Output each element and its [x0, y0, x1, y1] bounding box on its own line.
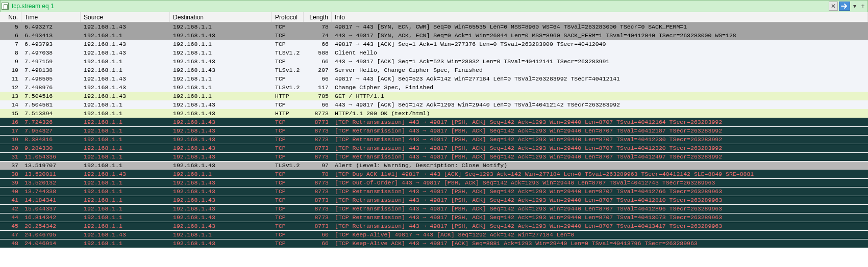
- packet-row[interactable]: 3813.520011192.168.1.43192.168.1.1TCP78[…: [0, 170, 868, 178]
- cell-proto: TCP: [272, 22, 304, 31]
- packet-row[interactable]: 4013.744338192.168.1.1192.168.1.43TCP877…: [0, 187, 868, 196]
- clear-filter-button[interactable]: ✕: [829, 2, 838, 11]
- cell-proto: TCP: [272, 170, 304, 178]
- packet-row[interactable]: 87.497038192.168.1.43192.168.1.1TLSv1.25…: [0, 48, 868, 57]
- cell-info: 49817 → 443 [SYN, ECN, CWR] Seq=0 Win=65…: [332, 22, 868, 31]
- packet-row[interactable]: 4520.254342192.168.1.1192.168.1.43TCP877…: [0, 222, 868, 230]
- column-header-no[interactable]: No.: [0, 12, 21, 22]
- cell-len: 78: [304, 170, 332, 178]
- cell-no: 42: [0, 204, 21, 213]
- cell-dst: 192.168.1.43: [170, 187, 272, 196]
- packet-row[interactable]: 66.493413192.168.1.1192.168.1.43TCP74443…: [0, 31, 868, 40]
- cell-time: 16.814342: [21, 213, 81, 222]
- cell-proto: TLSv1.2: [272, 66, 304, 74]
- packet-row[interactable]: 167.724326192.168.1.1192.168.1.43TCP8773…: [0, 118, 868, 126]
- cell-len: 66: [304, 239, 332, 248]
- packet-row[interactable]: 3713.519707192.168.1.1192.168.1.43TLSv1.…: [0, 161, 868, 170]
- packet-row[interactable]: 127.498976192.168.1.43192.168.1.1TLSv1.2…: [0, 83, 868, 92]
- packet-row[interactable]: 4114.184341192.168.1.1192.168.1.43TCP877…: [0, 196, 868, 204]
- packet-row[interactable]: 97.497159192.168.1.1192.168.1.43TCP66443…: [0, 57, 868, 66]
- column-header-protocol[interactable]: Protocol: [272, 12, 304, 22]
- cell-src: 192.168.1.1: [81, 204, 170, 213]
- cell-no: 38: [0, 170, 21, 178]
- cell-time: 7.724326: [21, 118, 81, 126]
- cell-time: 7.497159: [21, 57, 81, 66]
- packet-row[interactable]: 117.498505192.168.1.43192.168.1.1TCP6649…: [0, 74, 868, 83]
- cell-dst: 192.168.1.43: [170, 144, 272, 152]
- cell-info: [TCP Retransmission] 443 → 49817 [PSH, A…: [332, 196, 868, 204]
- cell-len: 8773: [304, 126, 332, 135]
- add-filter-button[interactable]: +: [859, 2, 866, 11]
- cell-time: 6.493272: [21, 22, 81, 31]
- cell-proto: TCP: [272, 100, 304, 109]
- cell-info: [TCP Retransmission] 443 → 49817 [PSH, A…: [332, 144, 868, 152]
- cell-info: 443 → 49817 [SYN, ACK, ECN] Seq=0 Ack=1 …: [332, 31, 868, 40]
- filter-bookmark-icon[interactable]: [2, 3, 9, 10]
- column-header-source[interactable]: Source: [81, 12, 170, 22]
- packet-row[interactable]: 56.493272192.168.1.43192.168.1.1TCP78498…: [0, 22, 868, 31]
- cell-dst: 192.168.1.1: [170, 40, 272, 48]
- cell-time: 7.498505: [21, 74, 81, 83]
- cell-proto: TLSv1.2: [272, 83, 304, 92]
- column-header-length[interactable]: Length: [304, 12, 332, 22]
- cell-proto: TCP: [272, 213, 304, 222]
- filter-history-dropdown[interactable]: ▾: [851, 2, 858, 11]
- cell-info: Client Hello: [332, 48, 868, 57]
- display-filter-bar: ✕ ▾ +: [0, 0, 868, 12]
- column-header-info[interactable]: Info: [332, 12, 868, 22]
- cell-len: 97: [304, 161, 332, 170]
- packet-row[interactable]: 147.504581192.168.1.1192.168.1.43TCP6644…: [0, 100, 868, 109]
- cell-time: 20.254342: [21, 222, 81, 230]
- packet-row[interactable]: 137.504516192.168.1.43192.168.1.1HTTP785…: [0, 92, 868, 100]
- cell-info: [TCP Out-Of-Order] 443 → 49817 [PSH, ACK…: [332, 178, 868, 187]
- cell-info: [TCP Retransmission] 443 → 49817 [PSH, A…: [332, 222, 868, 230]
- cell-proto: TLSv1.2: [272, 161, 304, 170]
- cell-info: Alert (Level: Warning, Description: Clos…: [332, 161, 868, 170]
- cell-no: 13: [0, 92, 21, 100]
- display-filter-input[interactable]: [12, 1, 828, 11]
- cell-no: 11: [0, 74, 21, 83]
- packet-row[interactable]: 209.284330192.168.1.1192.168.1.43TCP8773…: [0, 144, 868, 152]
- cell-info: [TCP Keep-Alive] 49817 → 443 [ACK] Seq=1…: [332, 230, 868, 239]
- packet-row[interactable]: 157.513394192.168.1.1192.168.1.43HTTP877…: [0, 109, 868, 118]
- cell-time: 7.498976: [21, 83, 81, 92]
- cell-proto: TCP: [272, 230, 304, 239]
- cell-time: 14.184341: [21, 196, 81, 204]
- cell-dst: 192.168.1.43: [170, 31, 272, 40]
- cell-info: Change Cipher Spec, Finished: [332, 83, 868, 92]
- packet-row[interactable]: 76.493793192.168.1.43192.168.1.1TCP66498…: [0, 40, 868, 48]
- cell-proto: TCP: [272, 144, 304, 152]
- packet-row[interactable]: 177.954327192.168.1.1192.168.1.43TCP8773…: [0, 126, 868, 135]
- cell-time: 9.284330: [21, 144, 81, 152]
- cell-proto: TCP: [272, 126, 304, 135]
- packet-row[interactable]: 4215.044337192.168.1.1192.168.1.43TCP877…: [0, 204, 868, 213]
- cell-len: 8773: [304, 196, 332, 204]
- cell-len: 8773: [304, 109, 332, 118]
- packet-row[interactable]: 4416.814342192.168.1.1192.168.1.43TCP877…: [0, 213, 868, 222]
- packet-row[interactable]: 3111.054336192.168.1.1192.168.1.43TCP877…: [0, 152, 868, 161]
- packet-row[interactable]: 3913.520132192.168.1.1192.168.1.43TCP877…: [0, 178, 868, 187]
- column-header-destination[interactable]: Destination: [170, 12, 272, 22]
- cell-len: 8773: [304, 213, 332, 222]
- cell-len: 207: [304, 66, 332, 74]
- packet-row[interactable]: 4724.046795192.168.1.43192.168.1.1TCP60[…: [0, 230, 868, 239]
- cell-info: GET / HTTP/1.1: [332, 92, 868, 100]
- packet-row[interactable]: 4824.046914192.168.1.1192.168.1.43TCP66[…: [0, 239, 868, 248]
- cell-dst: 192.168.1.1: [170, 22, 272, 31]
- cell-proto: TCP: [272, 196, 304, 204]
- apply-filter-button[interactable]: [839, 2, 850, 11]
- cell-len: 785: [304, 92, 332, 100]
- cell-len: 74: [304, 31, 332, 40]
- cell-no: 41: [0, 196, 21, 204]
- cell-src: 192.168.1.1: [81, 152, 170, 161]
- column-header-time[interactable]: Time: [21, 12, 81, 22]
- cell-dst: 192.168.1.43: [170, 178, 272, 187]
- cell-src: 192.168.1.43: [81, 92, 170, 100]
- packet-row[interactable]: 107.498138192.168.1.1192.168.1.43TLSv1.2…: [0, 66, 868, 74]
- cell-info: [TCP Retransmission] 443 → 49817 [PSH, A…: [332, 126, 868, 135]
- cell-time: 24.046795: [21, 230, 81, 239]
- packet-row[interactable]: 198.384316192.168.1.1192.168.1.43TCP8773…: [0, 135, 868, 144]
- cell-proto: HTTP: [272, 109, 304, 118]
- cell-proto: TCP: [272, 222, 304, 230]
- arrow-right-icon: [841, 4, 848, 9]
